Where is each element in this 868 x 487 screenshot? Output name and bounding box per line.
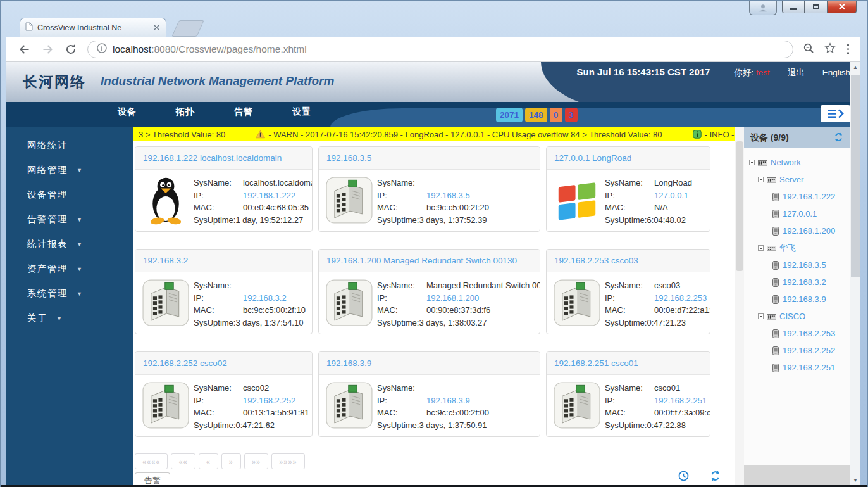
refresh-icon[interactable]	[710, 471, 721, 484]
alarm-count-badge-1[interactable]: 2071	[496, 108, 523, 122]
device-uptime-value: 3 days, 1:37:54.10	[235, 318, 303, 327]
first-page-button[interactable]: ««««	[135, 453, 168, 469]
device-card-title[interactable]: 192.168.1.222 localhost.localdomain	[135, 147, 312, 170]
minimize-button[interactable]	[782, 1, 805, 13]
tree-device-3-2[interactable]: 192.168.2.252	[748, 342, 850, 359]
device-ip-value[interactable]: 127.0.0.1	[654, 191, 688, 200]
new-tab-stub[interactable]	[171, 20, 204, 37]
device-mac-row: MAC:bc:9c:c5:00:2f:00	[377, 407, 489, 419]
scroll-up-icon[interactable]: ▲	[850, 62, 860, 73]
alarm-ticker[interactable]: 3 > Threshold Value: 80- WARN - 2017-07-…	[133, 127, 735, 141]
device-ip-label: IP:	[377, 292, 426, 305]
nav-item-3[interactable]: 告警	[234, 106, 253, 118]
device-ip-value[interactable]: 192.168.2.253	[654, 293, 707, 303]
nav-item-1[interactable]: 设备	[118, 106, 137, 118]
browser-menu-icon[interactable]	[846, 42, 851, 56]
sidebar-item-4[interactable]: 告警管理▼	[6, 207, 133, 232]
content-scrollbar[interactable]	[735, 127, 744, 486]
tree-device-2-3[interactable]: 192.168.3.9	[748, 291, 850, 308]
device-ip-value[interactable]: 192.168.1.222	[243, 191, 295, 200]
alarm-count-badge-3[interactable]: 0	[550, 108, 562, 122]
nav-item-2[interactable]: 拓扑	[176, 106, 195, 118]
collapse-icon[interactable]	[758, 177, 764, 182]
logout-link[interactable]: 退出	[788, 67, 805, 79]
bookmark-star-icon[interactable]	[824, 42, 836, 56]
device-card-title[interactable]: 192.168.2.252 csco02	[135, 352, 312, 375]
tree-refresh-icon[interactable]	[834, 132, 843, 144]
reload-icon[interactable]	[64, 42, 78, 56]
last-page-button[interactable]: »»»»	[271, 453, 304, 469]
content-scrollbar-thumb[interactable]	[736, 141, 743, 271]
tree-device-1-2[interactable]: 127.0.0.1	[748, 205, 850, 222]
sidebar-item-1[interactable]: 网络统计	[6, 133, 133, 158]
sidebar-item-7[interactable]: 系统管理▼	[6, 281, 133, 306]
device-card-title[interactable]: 192.168.3.5	[319, 147, 540, 170]
collapse-icon[interactable]	[758, 245, 764, 251]
device-ip-row: IP:127.0.0.1	[605, 189, 692, 202]
device-ip-value[interactable]: 192.168.1.200	[426, 293, 479, 303]
fast-next-button[interactable]: »»	[244, 453, 268, 469]
alarm-count-badge-2[interactable]: 148	[525, 108, 547, 122]
zoom-icon[interactable]	[803, 42, 814, 56]
device-card-title[interactable]: 192.168.1.200 Managed Redundant Switch 0…	[319, 250, 540, 272]
tree-node-network[interactable]: Network	[748, 154, 850, 171]
language-link[interactable]: English	[822, 68, 850, 77]
tree-device-2-1[interactable]: 192.168.3.5	[748, 256, 850, 274]
back-icon[interactable]	[17, 42, 31, 56]
nav-item-4[interactable]: 设置	[292, 106, 311, 118]
device-card-title[interactable]: 127.0.0.1 LongRoad	[547, 147, 710, 170]
next-page-button[interactable]: »	[221, 453, 241, 469]
sidebar-item-8[interactable]: 关于▼	[6, 306, 133, 331]
device-ip-value[interactable]: 192.168.3.2	[243, 293, 287, 303]
site-info-icon[interactable]	[97, 43, 107, 56]
browser-tab[interactable]: CrossView Industrial Ne	[20, 18, 166, 37]
profile-button[interactable]	[749, 1, 777, 15]
body-row: 网络统计网络管理▼设备管理告警管理▼统计报表▼资产管理▼系统管理▼关于▼ 3 >…	[6, 127, 860, 486]
device-card-title[interactable]: 192.168.3.9	[319, 352, 540, 375]
device-panel-toggle[interactable]	[821, 105, 850, 122]
tree-group-1[interactable]: Server	[748, 171, 850, 188]
window-controls	[749, 1, 857, 15]
tree-group-2[interactable]: 华飞	[748, 239, 850, 256]
device-card-title[interactable]: 192.168.2.253 csco03	[547, 250, 710, 272]
tab-alarm[interactable]: 告警	[135, 472, 170, 486]
device-sysname-row: SysName:	[194, 279, 306, 292]
close-button[interactable]	[828, 1, 857, 13]
device-ip-row: IP:192.168.3.9	[377, 395, 489, 407]
maximize-button[interactable]	[805, 1, 828, 13]
alarm-count-badge-4[interactable]: 3	[565, 108, 578, 122]
history-clock-icon[interactable]	[678, 471, 689, 484]
warning-icon	[256, 130, 265, 139]
device-ip-value[interactable]: 192.168.3.5	[426, 191, 470, 200]
scroll-down-icon[interactable]: ▼	[850, 475, 860, 486]
tree-group-3[interactable]: CISCO	[748, 308, 850, 325]
tree-device-1-1[interactable]: 192.168.1.222	[748, 188, 850, 205]
sidebar-item-3[interactable]: 设备管理	[6, 182, 133, 207]
device-ip-value[interactable]: 192.168.3.9	[426, 396, 470, 405]
device-uptime-value: 1 day, 19:52:12.27	[235, 215, 303, 225]
device-ip-value[interactable]: 192.168.2.252	[243, 396, 295, 405]
collapse-icon[interactable]	[749, 160, 755, 165]
page-scrollbar-thumb[interactable]	[851, 75, 860, 277]
tab-close-icon[interactable]	[152, 23, 161, 32]
greeting: 你好: test	[734, 67, 769, 79]
collapse-icon[interactable]	[758, 313, 764, 319]
device-mac-label: MAC:	[605, 201, 654, 214]
forward-icon[interactable]	[40, 42, 54, 56]
tree-device-1-3[interactable]: 192.168.1.200	[748, 222, 850, 239]
device-card-title[interactable]: 192.168.2.251 csco01	[547, 352, 710, 375]
tree-device-3-3[interactable]: 192.168.2.251	[748, 359, 850, 376]
sidebar-item-5[interactable]: 统计报表▼	[6, 232, 133, 256]
fast-prev-button[interactable]: ««	[171, 453, 195, 469]
url-bar[interactable]: localhost:8080/Crossview/pages/home.xhtm…	[87, 41, 793, 58]
sidebar-item-2[interactable]: 网络管理▼	[6, 158, 133, 182]
device-ip-label: IP:	[605, 395, 654, 407]
page-scrollbar[interactable]: ▲ ▼	[850, 62, 860, 486]
tree-device-3-1[interactable]: 192.168.2.253	[748, 325, 850, 342]
device-ip-value[interactable]: 192.168.2.251	[654, 396, 707, 405]
tree-device-2-2[interactable]: 192.168.3.2	[748, 274, 850, 291]
device-card-body: SysName:LongRoadIP:127.0.0.1MAC:N/ASysUp…	[547, 170, 710, 230]
device-card-title[interactable]: 192.168.3.2	[135, 250, 312, 272]
prev-page-button[interactable]: «	[199, 453, 218, 469]
sidebar-item-6[interactable]: 资产管理▼	[6, 256, 133, 281]
